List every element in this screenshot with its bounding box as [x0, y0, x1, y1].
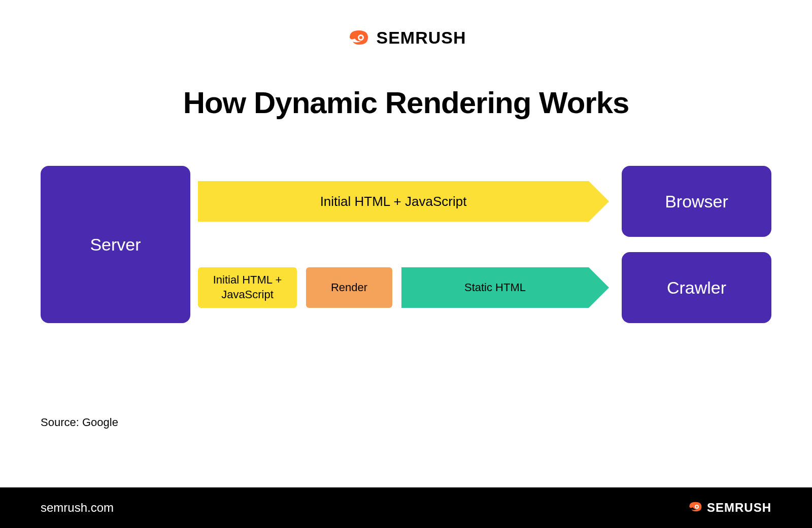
diagram-container: Server Initial HTML + JavaScript Browser… — [0, 166, 812, 343]
footer-url: semrush.com — [41, 501, 114, 515]
svg-point-3 — [696, 506, 698, 508]
arrow-browser-label: Initial HTML + JavaScript — [198, 181, 589, 222]
browser-label: Browser — [665, 192, 728, 212]
arrow-right-icon — [589, 267, 609, 308]
semrush-fireball-icon — [346, 25, 370, 50]
step-render: Render — [306, 267, 392, 308]
step-initial-html: Initial HTML + JavaScript — [198, 267, 297, 308]
browser-node: Browser — [622, 166, 771, 237]
footer-bar: semrush.com SEMRUSH — [0, 487, 812, 528]
footer-brand-name: SEMRUSH — [707, 501, 771, 515]
server-node: Server — [41, 166, 190, 323]
step-static-html-arrow: Static HTML — [401, 267, 609, 308]
crawler-label: Crawler — [667, 278, 726, 298]
arrow-crawler-path: Initial HTML + JavaScript Render Static … — [198, 267, 609, 308]
step-static-html: Static HTML — [401, 267, 589, 308]
footer-logo: SEMRUSH — [687, 499, 771, 517]
arrow-right-icon — [589, 181, 609, 222]
brand-name: SEMRUSH — [376, 28, 466, 48]
source-text: Source: Google — [41, 416, 118, 429]
arrow-browser-path: Initial HTML + JavaScript — [198, 181, 609, 222]
server-label: Server — [90, 235, 141, 255]
page-title: How Dynamic Rendering Works — [0, 85, 812, 120]
crawler-node: Crawler — [622, 252, 771, 323]
semrush-fireball-icon — [687, 499, 703, 517]
header-logo: SEMRUSH — [0, 0, 812, 50]
svg-point-1 — [359, 36, 362, 39]
